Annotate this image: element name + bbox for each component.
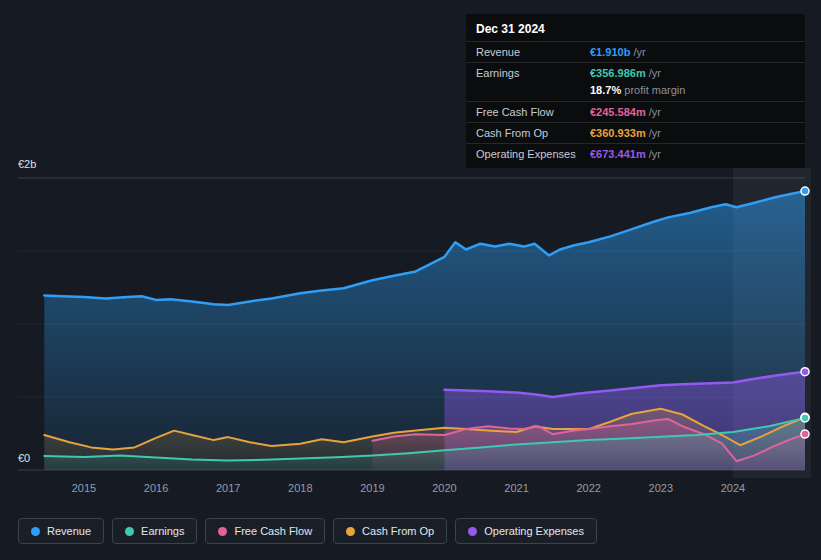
svg-text:€2b: €2b: [18, 158, 36, 170]
svg-text:2024: 2024: [721, 482, 745, 494]
tooltip-label: Earnings: [476, 66, 590, 81]
tooltip-label: Operating Expenses: [476, 147, 590, 162]
tooltip-value: €245.584m/yr: [590, 105, 661, 120]
legend-label: Free Cash Flow: [234, 525, 312, 537]
svg-text:2018: 2018: [288, 482, 312, 494]
tooltip-row-cash-from-op: Cash From Op €360.933m/yr: [466, 122, 805, 143]
legend-item-earnings[interactable]: Earnings: [112, 518, 197, 544]
legend-label: Revenue: [47, 525, 91, 537]
legend-label: Earnings: [141, 525, 184, 537]
cash-from-op-series-dot-icon: [346, 527, 355, 536]
tooltip-value: €356.986m/yr: [590, 66, 661, 81]
tooltip-label: Cash From Op: [476, 126, 590, 141]
tooltip-value: €673.441m/yr: [590, 147, 661, 162]
tooltip-row-free-cash-flow: Free Cash Flow €245.584m/yr: [466, 101, 805, 122]
free-cash-flow-series-dot-icon: [218, 527, 227, 536]
svg-text:2019: 2019: [360, 482, 384, 494]
tooltip-row-revenue: Revenue €1.910b/yr: [466, 41, 805, 62]
svg-text:2021: 2021: [504, 482, 528, 494]
svg-text:2017: 2017: [216, 482, 240, 494]
earnings-revenue-history-chart: €2b€020152016201720182019202020212022202…: [0, 0, 821, 560]
svg-text:2023: 2023: [649, 482, 673, 494]
tooltip-value: €1.910b/yr: [590, 45, 646, 60]
svg-text:2020: 2020: [432, 482, 456, 494]
tooltip-date: Dec 31 2024: [466, 16, 805, 41]
tooltip-label: Revenue: [476, 45, 590, 60]
profit-margin-note: 18.7% profit margin: [466, 83, 805, 101]
legend-label: Cash From Op: [362, 525, 434, 537]
legend-item-free-cash-flow[interactable]: Free Cash Flow: [205, 518, 325, 544]
tooltip-label: Free Cash Flow: [476, 105, 590, 120]
legend-item-cash-from-op[interactable]: Cash From Op: [333, 518, 447, 544]
svg-text:2022: 2022: [576, 482, 600, 494]
chart-tooltip: Dec 31 2024 Revenue €1.910b/yr Earnings …: [466, 14, 805, 168]
chart-legend: Revenue Earnings Free Cash Flow Cash Fro…: [18, 518, 597, 544]
revenue-series-dot-icon: [31, 527, 40, 536]
svg-text:2015: 2015: [72, 482, 96, 494]
legend-label: Operating Expenses: [484, 525, 584, 537]
tooltip-value: €360.933m/yr: [590, 126, 661, 141]
tooltip-row-operating-expenses: Operating Expenses €673.441m/yr: [466, 143, 805, 164]
svg-text:€0: €0: [18, 452, 30, 464]
earnings-series-dot-icon: [125, 527, 134, 536]
tooltip-row-earnings: Earnings €356.986m/yr 18.7% profit margi…: [466, 62, 805, 101]
operating-expenses-series-dot-icon: [468, 527, 477, 536]
svg-text:2016: 2016: [144, 482, 168, 494]
legend-item-operating-expenses[interactable]: Operating Expenses: [455, 518, 597, 544]
legend-item-revenue[interactable]: Revenue: [18, 518, 104, 544]
